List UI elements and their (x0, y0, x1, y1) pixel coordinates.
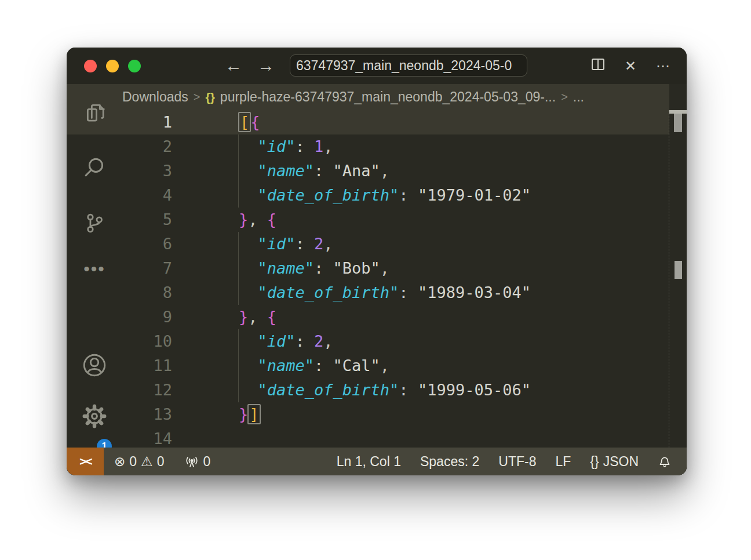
vscode-window: ← → 63747937_main_neondb_2024-05-0 ✕ ⋯ (67, 48, 687, 475)
eol-status[interactable]: LF (555, 454, 571, 470)
code-line-12[interactable]: 12 "date_of_birth": "1999-05-06" (122, 378, 687, 402)
search-icon[interactable] (67, 155, 122, 180)
breadcrumb: Downloads > {} purple-haze-63747937_main… (122, 84, 687, 110)
notifications-bell-icon[interactable] (658, 454, 672, 468)
line-content: "name": "Cal", (239, 354, 389, 378)
activity-bar: ••• (67, 84, 122, 448)
code-line-2[interactable]: 2 "id": 1, (122, 134, 687, 159)
line-content: "date_of_birth": "1989-03-04" (239, 281, 531, 305)
scrollbar-decoration (675, 261, 682, 279)
go-back-button[interactable]: ← (223, 55, 244, 76)
ports-count: 0 (203, 454, 211, 470)
settings-gear-icon[interactable] (67, 403, 122, 430)
line-number: 5 (122, 208, 239, 232)
line-number: 6 (122, 232, 239, 256)
code-line-13[interactable]: 13}] (122, 402, 687, 427)
code-lines: 1[{2 "id": 1,3 "name": "Ana",4 "date_of_… (122, 110, 687, 448)
chevron-right-icon: > (561, 90, 568, 104)
line-number: 11 (122, 354, 239, 378)
language-label: JSON (603, 454, 639, 470)
workbench-body: ••• (67, 84, 687, 475)
go-forward-button[interactable]: → (256, 55, 276, 76)
breadcrumb-file[interactable]: purple-haze-63747937_main_neondb_2024-05… (220, 89, 556, 105)
line-number: 1 (122, 110, 239, 134)
line-number: 4 (122, 183, 239, 208)
line-content: "id": 1, (239, 134, 333, 159)
code-line-9[interactable]: 9}, { (122, 305, 687, 329)
warning-count: 0 (157, 454, 165, 470)
line-content: [{ (239, 110, 260, 134)
line-number: 10 (122, 329, 239, 354)
line-content: }, { (239, 305, 276, 329)
code-line-4[interactable]: 4 "date_of_birth": "1979-01-02" (122, 183, 687, 208)
close-window-button[interactable] (84, 60, 97, 72)
language-mode[interactable]: {} JSON (590, 454, 639, 470)
braces-icon: {} (590, 454, 599, 470)
breadcrumb-folder[interactable]: Downloads (122, 89, 188, 105)
command-center-search[interactable]: 63747937_main_neondb_2024-05-0 (290, 54, 527, 77)
code-line-11[interactable]: 11 "name": "Cal", (122, 354, 687, 378)
code-line-1[interactable]: 1[{ (122, 110, 687, 134)
line-number: 9 (122, 305, 239, 329)
line-number: 7 (122, 256, 239, 281)
remote-indicator[interactable]: >< (67, 448, 104, 475)
ports-status[interactable]: 0 (184, 454, 211, 470)
code-line-6[interactable]: 6 "id": 2, (122, 232, 687, 256)
line-content: "name": "Bob", (239, 256, 389, 281)
traffic-lights (84, 60, 141, 72)
code-line-3[interactable]: 3 "name": "Ana", (122, 159, 687, 183)
error-count: 0 (129, 454, 137, 470)
line-content: "date_of_birth": "1979-01-02" (239, 183, 531, 208)
encoding-status[interactable]: UTF-8 (498, 454, 536, 470)
indentation-status[interactable]: Spaces: 2 (420, 454, 479, 470)
line-number: 14 (122, 427, 239, 448)
minimize-window-button[interactable] (106, 60, 119, 72)
line-number: 13 (122, 402, 239, 427)
line-content: }] (239, 402, 260, 427)
code-line-7[interactable]: 7 "name": "Bob", (122, 256, 687, 281)
json-file-icon: {} (205, 90, 214, 104)
radio-tower-icon (184, 454, 199, 469)
chevron-right-icon: > (194, 90, 200, 104)
close-editor-icon[interactable]: ✕ (622, 58, 639, 74)
zoom-window-button[interactable] (128, 60, 141, 72)
status-bar: >< ⊗ 0 ⚠ 0 0 (67, 448, 687, 475)
accounts-icon[interactable] (67, 352, 122, 378)
split-editor-icon[interactable] (589, 57, 607, 75)
line-number: 2 (122, 134, 239, 159)
line-content: "id": 2, (239, 329, 333, 354)
editor-scrollbar[interactable] (669, 110, 687, 448)
code-line-14[interactable]: 14 (122, 427, 687, 448)
editor-pane[interactable]: 1[{2 "id": 1,3 "name": "Ana",4 "date_of_… (122, 110, 687, 448)
code-line-10[interactable]: 10 "id": 2, (122, 329, 687, 354)
source-control-icon[interactable] (67, 212, 122, 235)
explorer-icon[interactable] (67, 100, 122, 124)
more-actions-icon[interactable]: ⋯ (654, 58, 672, 74)
cursor-position[interactable]: Ln 1, Col 1 (337, 454, 401, 470)
additional-views-icon[interactable]: ••• (67, 259, 122, 279)
scrollbar-thumb[interactable] (674, 114, 682, 132)
code-line-5[interactable]: 5}, { (122, 208, 687, 232)
warning-icon: ⚠ (141, 454, 153, 470)
code-line-8[interactable]: 8 "date_of_birth": "1989-03-04" (122, 281, 687, 305)
error-icon: ⊗ (114, 454, 125, 470)
line-number: 3 (122, 159, 239, 183)
title-bar: ← → 63747937_main_neondb_2024-05-0 ✕ ⋯ (67, 48, 687, 84)
line-content: "name": "Ana", (239, 159, 389, 183)
line-number: 12 (122, 378, 239, 402)
line-content: }, { (239, 208, 276, 232)
breadcrumb-more[interactable]: ... (573, 89, 584, 105)
problems-status[interactable]: ⊗ 0 ⚠ 0 (114, 454, 165, 470)
line-number: 8 (122, 281, 239, 305)
line-content: "date_of_birth": "1999-05-06" (239, 378, 531, 402)
line-content: "id": 2, (239, 232, 333, 256)
